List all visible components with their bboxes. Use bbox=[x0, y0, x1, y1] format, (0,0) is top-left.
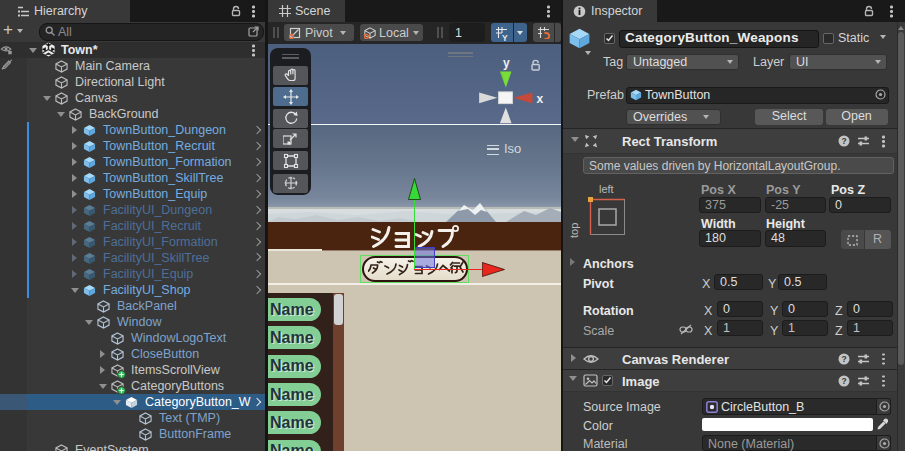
svg-text:x: x bbox=[537, 92, 544, 106]
svg-text:?: ? bbox=[842, 354, 847, 364]
svg-text:y: y bbox=[503, 56, 510, 70]
svg-text:?: ? bbox=[842, 376, 847, 386]
svg-text:?: ? bbox=[842, 136, 847, 146]
